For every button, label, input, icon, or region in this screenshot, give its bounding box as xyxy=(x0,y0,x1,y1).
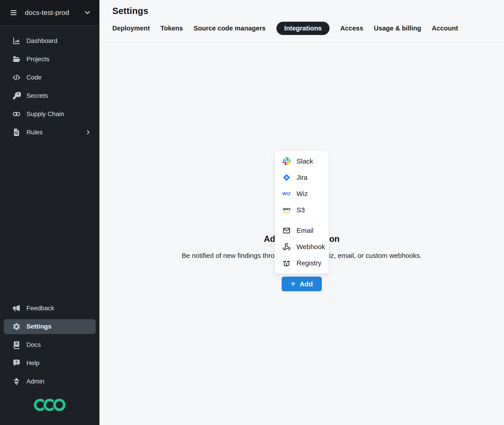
menu-item-label: Email xyxy=(297,227,313,234)
sidebar-item-docs[interactable]: Docs xyxy=(4,337,95,352)
sidebar-item-label: Admin xyxy=(27,378,44,385)
chevron-right-icon xyxy=(85,129,92,136)
chevron-down-icon xyxy=(84,9,91,16)
menu-item-email[interactable]: Email xyxy=(275,222,329,239)
sidebar-item-secrets[interactable]: Secrets xyxy=(4,88,95,103)
svg-text:?: ? xyxy=(15,360,18,365)
page-title: Settings xyxy=(112,5,504,16)
wiz-logo: wiz xyxy=(282,189,291,198)
menu-item-label: Registry xyxy=(297,259,321,267)
menu-item-webhook[interactable]: Webhook xyxy=(275,239,329,255)
slack-icon xyxy=(282,157,291,166)
tab-tokens[interactable]: Tokens xyxy=(160,22,183,35)
envelope-icon xyxy=(282,226,291,235)
page-header: Settings Deployment Tokens Source code m… xyxy=(99,0,504,43)
menu-item-wiz[interactable]: wiz Wiz xyxy=(275,186,329,202)
megaphone-icon xyxy=(12,304,21,313)
menu-item-registry[interactable]: Registry xyxy=(275,255,329,271)
sidebar-item-label: Projects xyxy=(27,56,49,63)
aws-smile xyxy=(283,211,291,213)
key-icon xyxy=(12,91,21,100)
tab-source-code-managers[interactable]: Source code managers xyxy=(193,22,266,35)
menu-icon[interactable] xyxy=(9,9,18,17)
add-button-label: Add xyxy=(300,280,313,288)
sidebar-nav-bottom: Feedback Settings Docs ? Help Admin xyxy=(0,301,99,425)
dashboard-icon xyxy=(12,36,21,45)
tab-deployment[interactable]: Deployment xyxy=(112,22,150,35)
question-bubble-icon: ? xyxy=(12,359,21,368)
triple-ring-logo xyxy=(34,398,66,411)
sidebar-item-label: Docs xyxy=(27,341,41,348)
sidebar-item-label: Help xyxy=(27,359,40,367)
menu-item-s3[interactable]: aws S3 xyxy=(275,202,329,218)
sidebar-item-label: Feedback xyxy=(27,305,54,312)
sidebar-item-rules[interactable]: Rules xyxy=(4,125,95,140)
sidebar-item-dashboard[interactable]: Dashboard xyxy=(4,33,95,48)
package-open-icon xyxy=(282,259,291,268)
settings-tabs: Deployment Tokens Source code managers I… xyxy=(112,22,504,35)
sidebar-item-label: Code xyxy=(27,74,41,81)
org-name: docs-test-prod xyxy=(25,9,69,16)
menu-item-label: Webhook xyxy=(297,243,325,251)
aws-s3-logo: aws xyxy=(282,206,291,214)
brand-logo xyxy=(4,392,95,425)
sidebar-item-label: Dashboard xyxy=(27,37,57,45)
file-search-icon xyxy=(12,128,21,137)
tab-account[interactable]: Account xyxy=(432,22,458,35)
folder-open-icon xyxy=(12,55,21,64)
menu-item-jira[interactable]: Jira xyxy=(275,169,329,186)
menu-item-label: Wiz xyxy=(297,190,308,198)
jira-icon xyxy=(282,173,291,182)
menu-divider xyxy=(278,220,326,220)
tab-access[interactable]: Access xyxy=(340,22,363,35)
sidebar-item-label: Settings xyxy=(27,323,51,330)
sidebar-item-label: Rules xyxy=(27,129,43,136)
org-switcher[interactable]: docs-test-prod xyxy=(0,0,99,26)
sidebar-nav-top: Dashboard Projects Code Secrets Supply C… xyxy=(0,26,99,143)
sidebar-item-feedback[interactable]: Feedback xyxy=(4,301,95,316)
sidebar-item-label: Secrets xyxy=(27,92,48,99)
sidebar-item-label: Supply Chain xyxy=(27,110,64,118)
main-content: Settings Deployment Tokens Source code m… xyxy=(99,0,504,425)
plus-icon: + xyxy=(291,279,296,288)
integration-picker-menu: Slack Jira wiz Wiz aws S3 Emai xyxy=(275,151,329,274)
add-integration-button[interactable]: + Add xyxy=(282,277,322,291)
menu-item-label: Slack xyxy=(297,157,313,165)
spy-icon xyxy=(12,377,21,386)
sidebar-item-settings[interactable]: Settings xyxy=(4,319,95,334)
sidebar-item-supply-chain[interactable]: Supply Chain xyxy=(4,106,95,121)
menu-item-label: Jira xyxy=(297,174,307,181)
gear-icon xyxy=(12,322,21,331)
code-icon xyxy=(12,73,21,82)
sidebar-item-admin[interactable]: Admin xyxy=(4,374,95,389)
tab-integrations[interactable]: Integrations xyxy=(276,22,330,35)
tab-usage-billing[interactable]: Usage & billing xyxy=(374,22,421,35)
menu-item-label: S3 xyxy=(297,206,305,214)
sidebar-item-projects[interactable]: Projects xyxy=(4,52,95,67)
webhook-icon xyxy=(282,242,291,251)
sidebar-item-code[interactable]: Code xyxy=(4,70,95,85)
menu-item-slack[interactable]: Slack xyxy=(275,153,329,169)
sidebar-item-help[interactable]: ? Help xyxy=(4,356,95,371)
sidebar: docs-test-prod Dashboard Projects Code xyxy=(0,0,99,425)
chain-link-icon xyxy=(12,110,21,119)
book-icon xyxy=(12,340,21,349)
